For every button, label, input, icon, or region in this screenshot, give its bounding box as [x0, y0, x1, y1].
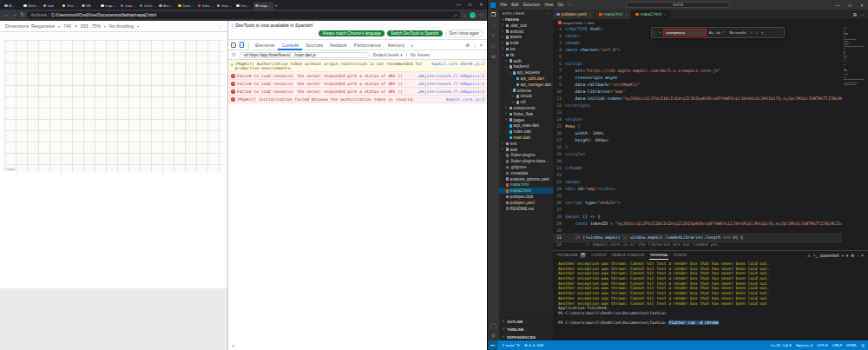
extensions-icon[interactable]: ⊞ — [491, 54, 496, 59]
tree-item[interactable]: api_calls.dart — [499, 76, 553, 82]
code-line[interactable]: 10 data-libraries="map" — [553, 89, 842, 96]
minimize-icon[interactable]: — — [833, 3, 842, 8]
match-language-button[interactable]: Always match Chrome's language — [319, 30, 385, 36]
browser-tab[interactable]: char i... — [215, 2, 234, 10]
map-legal-link[interactable]: Legal — [6, 167, 15, 171]
code-line[interactable]: 26<script type="module"> — [553, 200, 842, 207]
device-toolbar-toggle-icon[interactable] — [240, 42, 244, 48]
code-line[interactable]: 29 const tokenID = "eyJhbGciOiJFUzI1NiIs… — [553, 221, 842, 228]
tree-item[interactable]: .metadata — [499, 170, 553, 176]
code-line[interactable]: 19</style> — [553, 151, 842, 158]
code-line[interactable]: 32 // mapkit.core.js or the libraries ar… — [553, 241, 842, 248]
split-terminal-icon[interactable]: ⊞ — [851, 254, 854, 258]
toggle-replace-icon[interactable]: › — [659, 30, 661, 35]
console-filter-input[interactable]: -url:https://app.flutterflow.io/…/main.d… — [240, 52, 370, 58]
tree-item[interactable]: index.dart — [499, 129, 553, 135]
throttling-select[interactable]: No throttling — [109, 23, 134, 29]
explorer-icon[interactable]: ❐ — [491, 12, 496, 17]
code-line[interactable]: 13 — [553, 109, 842, 116]
code-line[interactable]: 27 — [553, 207, 842, 214]
console-source-link[interactable]: mapkit.core.js:2 — [446, 97, 484, 102]
breadcrumb-file[interactable]: mapa2.html — [563, 21, 582, 25]
code-line[interactable]: 8 crossorigin async — [553, 75, 842, 82]
code-line[interactable]: 24<div id="map"></div> — [553, 186, 842, 193]
browser-tab[interactable]: Juliano... — [196, 2, 215, 10]
terminal-output[interactable]: Another exception was thrown: Cannot hit… — [553, 260, 868, 326]
console-source-link[interactable]: mapkit.core.d5e49.js:2 — [431, 62, 484, 66]
code-line[interactable]: 22 — [553, 172, 842, 179]
code-line[interactable]: 15#map { — [553, 123, 842, 130]
close-icon[interactable]: × — [476, 0, 487, 10]
git-branch-status[interactable]: Y main* ↻ — [502, 343, 520, 347]
browser-tab[interactable]: mapa... — [99, 2, 118, 10]
browser-tab[interactable]: mapa2... — [253, 2, 273, 10]
close-panel-icon[interactable]: × — [861, 254, 864, 258]
code-line[interactable]: 9 data-callback="initMapKit" — [553, 82, 842, 89]
tree-item[interactable]: ›backend — [499, 64, 553, 70]
language-mode[interactable]: HTML — [846, 343, 857, 347]
switch-spanish-button[interactable]: Switch DevTools to Spanish — [387, 30, 443, 36]
more-tabs-icon[interactable]: » — [409, 43, 415, 48]
menu-view[interactable]: View — [542, 3, 556, 7]
code-line[interactable]: 28(async () => { — [553, 214, 842, 221]
settings-gear-icon[interactable]: ⚙ — [465, 43, 470, 48]
devtools-tab-performance[interactable]: Performance — [351, 40, 385, 50]
maximize-icon[interactable]: □ — [845, 3, 854, 8]
tree-item[interactable]: pubspec.lock — [499, 194, 553, 200]
tree-item[interactable]: ›auth — [499, 58, 553, 64]
terminal-dropdown-icon[interactable]: ▾ — [846, 254, 848, 258]
browser-menu-icon[interactable]: ⋯ — [478, 12, 484, 18]
find-widget-grip[interactable]: ▏ — [654, 30, 657, 36]
split-editor-icon[interactable]: ⊞ — [853, 12, 857, 17]
tree-item[interactable]: main.dart — [499, 135, 553, 141]
code-line[interactable]: 25 — [553, 193, 842, 200]
clear-console-icon[interactable]: ∅ — [232, 52, 236, 57]
panel-tab-output[interactable]: OUTPUT — [591, 251, 607, 260]
map-canvas[interactable]: Legal — [4, 40, 222, 172]
back-icon[interactable]: ← — [3, 12, 10, 18]
tree-item[interactable]: ›web — [499, 147, 553, 153]
encoding[interactable]: UTF-8 — [817, 343, 827, 347]
eol-sequence[interactable]: CRLF — [832, 343, 842, 347]
console-source-link[interactable]: …mkjsVersion=5.77.54&poi=1:1 — [418, 82, 484, 86]
inspect-element-icon[interactable]: ↖ — [231, 43, 236, 48]
section-dependencies[interactable]: ›DEPENDENCIES — [499, 333, 553, 340]
search-input[interactable]: fashia — [673, 3, 683, 7]
find-next-icon[interactable]: ↓ — [755, 30, 759, 35]
code-line[interactable]: 30 — [553, 228, 842, 234]
close-icon[interactable]: × — [858, 3, 866, 8]
cursor-position[interactable]: Ln 31, Col 8 — [771, 343, 792, 347]
code-editor[interactable]: 1<!DOCTYPE html>2<html>3<head>4<meta cha… — [553, 26, 842, 250]
devtools-tab-elements[interactable]: Elements — [252, 40, 278, 50]
code-line[interactable]: 4<meta charset="utf-8"> — [553, 47, 842, 54]
menu-[interactable]: ··· — [565, 3, 574, 7]
tree-item[interactable]: ›ios — [499, 46, 553, 52]
minimap[interactable] — [843, 26, 866, 250]
breadcrumb[interactable]: mapa2.html › html — [553, 19, 868, 26]
devtools-close-icon[interactable]: × — [480, 43, 483, 48]
tree-item[interactable]: ›test — [499, 141, 553, 147]
tree-item[interactable]: ›structs — [499, 94, 553, 100]
code-line[interactable]: 12></script> — [553, 102, 842, 109]
devtools-tab-sources[interactable]: Sources — [302, 40, 326, 50]
new-terminal-icon[interactable]: + — [841, 254, 844, 258]
panel-tab-ports[interactable]: PORTS — [674, 251, 687, 260]
editor-more-icon[interactable]: ⋯ — [860, 12, 865, 17]
section-timeline[interactable]: ›TIMELINE — [499, 325, 553, 333]
refresh-icon[interactable]: ↻ — [20, 12, 24, 18]
regex-icon[interactable]: .* — [722, 30, 726, 35]
match-case-icon[interactable]: Aa — [708, 30, 713, 35]
console-source-link[interactable]: …mkjsVersion=5.77.54&poi=1:1 — [418, 89, 484, 94]
find-previous-icon[interactable]: ↑ — [750, 30, 753, 35]
tree-item[interactable]: .flutter-plugins — [499, 153, 553, 159]
log-levels-select[interactable]: Default levels ▾ — [373, 52, 403, 57]
code-line[interactable]: 3<head> — [553, 40, 842, 47]
close-icon[interactable]: × — [664, 12, 666, 17]
issues-counter[interactable]: No Issues — [411, 52, 430, 57]
code-line[interactable]: 18} — [553, 144, 842, 151]
maximize-icon[interactable]: □ — [464, 0, 476, 10]
tree-item[interactable]: ›util — [499, 99, 553, 105]
forward-icon[interactable]: → — [12, 12, 18, 18]
browser-tab[interactable]: Certifi... — [138, 2, 157, 10]
search-icon[interactable]: ○ — [492, 23, 496, 28]
